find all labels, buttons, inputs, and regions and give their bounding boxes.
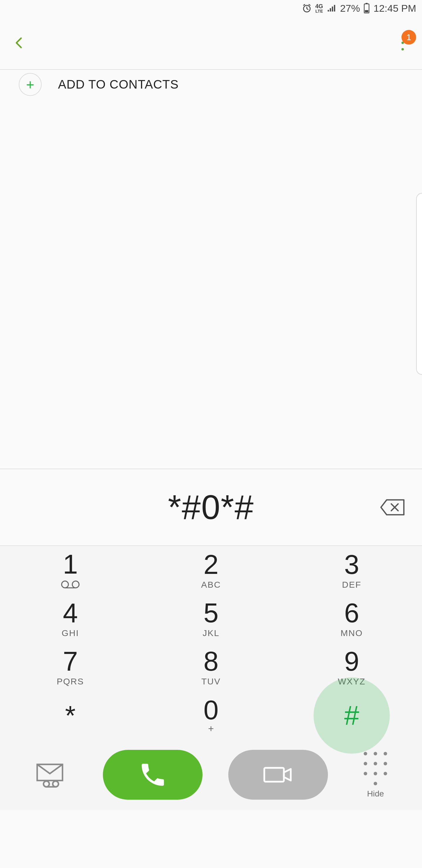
key-main: 3: [344, 551, 359, 578]
add-to-contacts-label: ADD TO CONTACTS: [58, 78, 179, 92]
voicemail-message-button[interactable]: [25, 751, 77, 798]
keypad-8[interactable]: 8 TUV: [141, 643, 281, 691]
key-sub: +: [208, 723, 214, 734]
key-main: 5: [203, 599, 218, 626]
network-type-icon: 4GLTE: [315, 3, 323, 13]
hide-keypad-button[interactable]: Hide: [353, 751, 397, 799]
svg-rect-11: [264, 768, 284, 781]
key-main: 8: [203, 648, 218, 675]
key-main: 0: [203, 696, 218, 723]
keypad-region: 1 2 ABC 3 DEF 4 GHI 5 JKL 6: [0, 546, 422, 810]
key-sub: TUV: [201, 677, 221, 686]
header-bar: 1: [0, 17, 422, 69]
keypad-4[interactable]: 4 GHI: [0, 594, 141, 643]
svg-rect-3: [365, 10, 368, 12]
dial-display-bar: *#0*#: [0, 469, 422, 546]
notification-badge: 1: [401, 30, 416, 44]
contacts-area: [0, 99, 422, 469]
back-button[interactable]: [10, 34, 28, 52]
key-main: *: [65, 702, 75, 729]
phone-icon: [138, 760, 167, 789]
key-main: 2: [203, 551, 218, 578]
side-index-handle[interactable]: [416, 193, 422, 375]
key-main: 1: [63, 551, 78, 578]
clock-time: 12:45 PM: [374, 3, 416, 14]
key-sub: JKL: [202, 628, 220, 638]
add-to-contacts-button[interactable]: + ADD TO CONTACTS: [0, 70, 422, 99]
call-button[interactable]: [103, 750, 202, 800]
key-main: 7: [63, 648, 78, 675]
svg-point-8: [43, 781, 49, 787]
key-sub: GHI: [62, 628, 79, 638]
overflow-menu-button[interactable]: 1: [394, 31, 412, 55]
video-icon: [262, 763, 294, 786]
backspace-button[interactable]: [379, 497, 405, 518]
signal-icon: [326, 3, 336, 13]
key-sub: MNO: [340, 628, 363, 638]
svg-rect-2: [366, 3, 368, 4]
key-sub: ABC: [201, 580, 221, 590]
svg-point-4: [62, 581, 68, 588]
keypad-dots-icon: [363, 751, 388, 786]
key-sub: PQRS: [57, 677, 84, 686]
keypad-7[interactable]: 7 PQRS: [0, 643, 141, 691]
keypad-hash[interactable]: #: [281, 691, 422, 740]
key-main: 6: [344, 599, 359, 626]
battery-icon: [363, 3, 370, 13]
keypad-6[interactable]: 6 MNO: [281, 594, 422, 643]
svg-point-9: [53, 781, 59, 787]
phone-dialer-screen: 4GLTE 27% 12:45 PM 1 + ADD TO CONTACTS: [0, 0, 422, 868]
status-bar: 4GLTE 27% 12:45 PM: [0, 0, 422, 17]
key-main: 4: [63, 599, 78, 626]
keypad-0[interactable]: 0 +: [141, 691, 281, 740]
key-main: 9: [344, 648, 359, 675]
keypad-star[interactable]: *: [0, 691, 141, 740]
key-main: #: [344, 702, 359, 729]
voicemail-icon: [61, 580, 80, 590]
hide-label: Hide: [367, 789, 384, 799]
dialed-number[interactable]: *#0*#: [168, 488, 254, 527]
keypad-grid: 1 2 ABC 3 DEF 4 GHI 5 JKL 6: [0, 546, 422, 740]
keypad-5[interactable]: 5 JKL: [141, 594, 281, 643]
alarm-icon: [302, 3, 312, 13]
keypad-1[interactable]: 1: [0, 546, 141, 594]
battery-percent: 27%: [340, 3, 360, 14]
plus-icon: +: [19, 73, 42, 96]
svg-point-5: [72, 581, 79, 588]
video-call-button[interactable]: [228, 750, 328, 800]
key-sub: DEF: [342, 580, 361, 590]
keypad-2[interactable]: 2 ABC: [141, 546, 281, 594]
keypad-3[interactable]: 3 DEF: [281, 546, 422, 594]
